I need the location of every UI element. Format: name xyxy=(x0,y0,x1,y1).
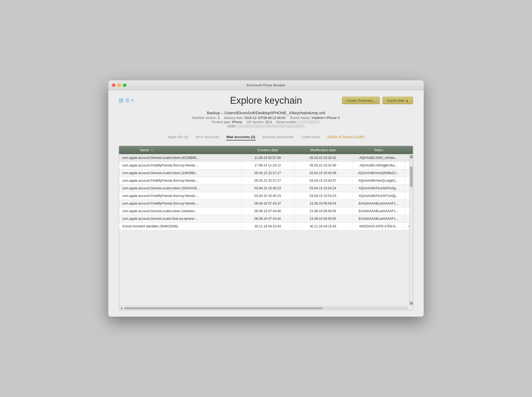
cell-token: EAAdAAAABLwIAAAAF1... xyxy=(352,207,405,215)
column-header-name[interactable]: Name ▼ xyxy=(119,146,242,154)
backup-path: Backup – /Users/ElcomSoft/Desktop/IPHONE… xyxy=(119,111,413,115)
cell-modification: 23.08.19 05:59:55 xyxy=(294,207,352,215)
cell-name: com.apple.account.DeviceLocator.token (2… xyxy=(119,169,242,177)
scroll-h-thumb xyxy=(124,307,323,309)
backup-meta-line2: Product type: iPhone OS Version: 12.4 Se… xyxy=(119,120,413,124)
column-header-token[interactable]: Token xyxy=(352,146,405,154)
cell-creation: 08.09.16 07:43:40 xyxy=(242,207,294,215)
table-wrapper: Name ▼ Creation date Modification date T… xyxy=(119,146,413,310)
cell-creation: 17.09.14 11:24:12 xyxy=(242,162,294,169)
vertical-scrollbar[interactable]: ▲ ▼ xyxy=(409,155,413,305)
date-label: Backup date: xyxy=(224,116,243,120)
cell-token: AQAAAABVHo1WdTwSg... xyxy=(352,185,405,192)
cell-modification: 03.04.15 15:54:23 xyxy=(294,192,352,200)
cell-name: com.apple.account.DeviceLocator.token (A… xyxy=(119,185,242,192)
title-bar: Elcomsoft Phone Breaker xyxy=(108,80,424,90)
tab-wifi[interactable]: Wi-Fi accounts xyxy=(195,134,219,140)
backup-meta-line3: UDID: a7b1c8f9ed75ab34c7b679e1230b7da91c… xyxy=(119,124,413,128)
serial-label: Serial number: xyxy=(276,120,298,124)
main-content: ⊞ ☰ ≡ Explore keychain Create Dictionary… xyxy=(108,90,424,317)
data-table: Name ▼ Creation date Modification date T… xyxy=(119,146,413,230)
cell-modification: 05.03.15 22:32:41 xyxy=(294,154,352,162)
grid-view-icon[interactable]: ⊞ xyxy=(119,97,124,104)
backup-meta-line1: Manifest version: 1 Backup date: 2019-12… xyxy=(119,116,413,120)
cell-modification: 23.08.19 05:59:55 xyxy=(294,215,352,223)
cell-token: AQAAAABVHo1W7UvlQj... xyxy=(352,192,405,200)
maximize-button[interactable] xyxy=(123,83,126,87)
table-row[interactable]: com.apple.account.DeviceLocator.token (v… xyxy=(119,207,413,215)
header-buttons: Create Dictionary... Export data ▲ xyxy=(342,97,413,104)
cell-name: com.apple.account.DeviceLocator.find-my-… xyxy=(119,215,242,223)
udid-value: a7b1c8f9ed75ab34c7b679e1230b7da91c29fe21 xyxy=(237,124,305,128)
traffic-lights xyxy=(112,83,126,87)
cell-name: com.apple.account.FindMyFriends.find-my-… xyxy=(119,200,242,207)
list-view-icon[interactable]: ☰ xyxy=(125,98,129,103)
column-header-modification[interactable]: Modification date xyxy=(294,146,352,154)
cell-modification: 03.04.15 15:43:37 xyxy=(294,177,352,185)
cell-creation: 30.11.16 04:15:43 xyxy=(242,223,294,230)
cell-token: EAAdAAAABLwIAAAAF1... xyxy=(352,215,405,223)
cell-name: com.apple.account.FindMyFriends.find-my-… xyxy=(119,177,242,185)
export-data-button[interactable]: Export data ▲ xyxy=(382,97,413,104)
table-row[interactable]: com.apple.account.DeviceLocator.token (2… xyxy=(119,169,413,177)
udid-label: UDID: xyxy=(227,124,236,128)
table-row[interactable]: com.apple.account.FindMyFriends.find-my-… xyxy=(119,200,413,207)
cell-creation: 05.03.15 22:37:17 xyxy=(242,177,294,185)
cell-name: com.apple.account.FindMyFriends.find-my-… xyxy=(119,162,242,169)
device-value: Vladimir's iPhone X xyxy=(311,116,340,120)
cell-token: AQAAABU-K6OgjM-tIka... xyxy=(352,162,405,169)
cell-creation: 11.09.13 02:57:00 xyxy=(242,154,294,162)
cell-modification: 23.08.19 05:59:54 xyxy=(294,200,352,207)
cell-creation: 05.03.15 22:37:17 xyxy=(242,169,294,177)
scroll-down-arrow[interactable]: ▼ xyxy=(410,302,413,305)
scroll-up-arrow[interactable]: ▲ xyxy=(410,155,413,158)
detail-view-icon[interactable]: ≡ xyxy=(131,98,134,103)
table-header-row: Name ▼ Creation date Modification date T… xyxy=(119,146,413,154)
os-value: 12.4 xyxy=(265,120,272,124)
scroll-left-arrow[interactable]: ◀ xyxy=(120,307,123,310)
cell-name: com.apple.account.DeviceLocator.token (4… xyxy=(119,154,242,162)
manifest-label: Manifest version: xyxy=(192,116,217,120)
tab-mail[interactable]: Mail accounts (2) xyxy=(226,134,256,140)
cell-creation: 03.04.15 15:45:23 xyxy=(242,192,294,200)
table-row[interactable]: com.apple.account.DeviceLocator.find-my-… xyxy=(119,215,413,223)
cell-modification: 03.04.15 15:54:24 xyxy=(294,185,352,192)
cell-token: EAAdAAAABLwIAAAAF1... xyxy=(352,200,405,207)
minimize-button[interactable] xyxy=(117,83,121,87)
cell-creation: 08.09.16 07:43:37 xyxy=(242,200,294,207)
table-row[interactable]: com.apple.account.FindMyFriends.find-my-… xyxy=(119,177,413,185)
table-row[interactable]: iCloud HomeKit Identifier (564819206)30.… xyxy=(119,223,413,230)
product-value: iPhone xyxy=(232,120,242,124)
cell-modification: 03.04.15 15:43:38 xyxy=(294,169,352,177)
table-row[interactable]: com.apple.account.FindMyFriends.find-my-… xyxy=(119,162,413,169)
backup-info: Backup – /Users/ElcomSoft/Desktop/IPHONE… xyxy=(119,111,413,129)
header-row: ⊞ ☰ ≡ Explore keychain Create Dictionary… xyxy=(119,97,413,104)
horizontal-scrollbar[interactable]: ◀ xyxy=(119,306,409,310)
view-icons: ⊞ ☰ ≡ xyxy=(119,97,134,104)
scroll-h-track[interactable] xyxy=(124,307,408,309)
column-header-creation[interactable]: Creation date xyxy=(242,146,294,154)
scroll-thumb[interactable] xyxy=(410,166,413,187)
tab-browser[interactable]: Browser passwords xyxy=(262,134,294,140)
tab-credit[interactable]: Credit cards xyxy=(300,134,321,140)
cell-name: com.apple.account.FindMyFriends.find-my-… xyxy=(119,192,242,200)
cell-name: iCloud HomeKit Identifier (564819206) xyxy=(119,223,242,230)
close-button[interactable] xyxy=(112,83,115,87)
cell-token: 4382DA20-42F8-47E8-9... xyxy=(352,223,405,230)
table-row[interactable]: com.apple.account.FindMyFriends.find-my-… xyxy=(119,192,413,200)
device-label: Device Name: xyxy=(290,116,311,120)
tab-dsids[interactable]: DSIDs & Tokens (2185) xyxy=(327,134,365,140)
cell-token: AQAAABU-K6O_rzKzko... xyxy=(352,154,405,162)
page-title: Explore keychain xyxy=(230,95,302,106)
table-row[interactable]: com.apple.account.DeviceLocator.token (4… xyxy=(119,154,413,162)
sort-icon[interactable]: ▼ xyxy=(151,149,153,152)
cell-token: AQAAAABVHorQLndgKC... xyxy=(352,177,405,185)
table-row[interactable]: com.apple.account.DeviceLocator.token (A… xyxy=(119,185,413,192)
table-container: Name ▼ Creation date Modification date T… xyxy=(119,146,413,310)
tab-apple-ids[interactable]: Apple IDs (3) xyxy=(167,134,189,140)
cell-modification: 05.03.15 22:32:40 xyxy=(294,162,352,169)
create-dictionary-button[interactable]: Create Dictionary... xyxy=(342,97,380,104)
cell-creation: 08.09.16 07:43:40 xyxy=(242,215,294,223)
app-window: Elcomsoft Phone Breaker ⊞ ☰ ≡ Explore ke… xyxy=(108,80,424,317)
cell-token: AQAAAABVHorQ6SBbZU... xyxy=(352,169,405,177)
